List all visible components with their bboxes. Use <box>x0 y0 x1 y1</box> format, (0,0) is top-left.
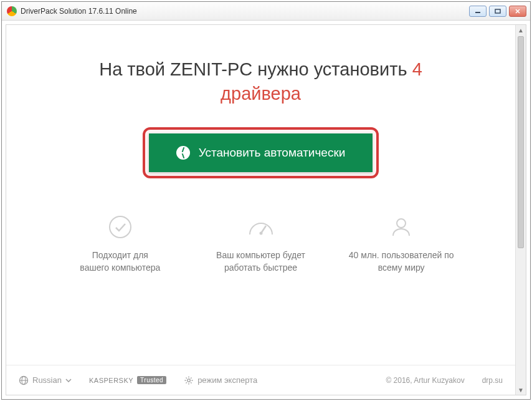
content-inner: На твой ZENIT-PC нужно установить 4 драй… <box>6 25 515 395</box>
content-frame: ▲ ▼ На твой ZENIT-PC нужно установить 4 … <box>6 24 526 395</box>
feature-text-line2: работать быстрее <box>202 262 320 274</box>
feature-fit: Подходит для вашего компьютера <box>50 213 191 274</box>
window-controls <box>469 6 526 17</box>
scroll-down-arrow[interactable]: ▼ <box>516 385 526 395</box>
svg-point-7 <box>397 219 406 228</box>
headline-part1: На твой ZENIT-PC нужно установить <box>99 59 412 79</box>
maximize-button[interactable] <box>489 6 506 17</box>
footer: Russian KASPERSKY Trusted режим эксперта… <box>6 365 515 395</box>
svg-rect-1 <box>495 9 500 13</box>
cta-highlight: Установить автоматически <box>143 127 379 178</box>
kaspersky-badge: KASPERSKY Trusted <box>89 376 166 384</box>
window-title: DriverPack Solution 17.6.11 Online <box>21 7 469 16</box>
svg-point-6 <box>259 232 262 235</box>
scroll-up-arrow[interactable]: ▲ <box>516 25 526 35</box>
feature-text-line1: Ваш компьютер будет <box>202 249 320 262</box>
features-row: Подходит для вашего компьютера Ваш компь… <box>31 213 490 274</box>
copyright: © 2016, Artur Kuzyakov <box>386 376 464 385</box>
trusted-badge: Trusted <box>137 376 166 384</box>
site-link[interactable]: drp.su <box>482 376 503 385</box>
gear-icon <box>184 375 194 385</box>
main-area: На твой ZENIT-PC нужно установить 4 драй… <box>6 25 515 365</box>
feature-speed: Ваш компьютер будет работать быстрее <box>191 213 331 274</box>
globe-icon <box>19 375 29 385</box>
app-icon <box>7 6 17 16</box>
expert-mode-label: режим эксперта <box>197 375 257 385</box>
feature-text-line1: Подходит для <box>61 249 179 262</box>
minimize-button[interactable] <box>469 6 487 17</box>
titlebar: DriverPack Solution 17.6.11 Online <box>2 2 530 21</box>
headline-count: 4 <box>412 59 422 79</box>
kaspersky-label: KASPERSKY <box>89 377 133 384</box>
content-wrap: ▲ ▼ На твой ZENIT-PC нужно установить 4 … <box>2 21 530 399</box>
app-window: DriverPack Solution 17.6.11 Online ▲ ▼ <box>1 1 531 400</box>
scrollbar-thumb[interactable] <box>518 36 524 248</box>
feature-text-line2: вашего компьютера <box>61 262 179 274</box>
install-label: Установить автоматически <box>199 146 346 160</box>
feature-users: 40 млн. пользователей по всему миру <box>331 213 472 274</box>
scrollbar[interactable]: ▲ ▼ <box>515 25 526 395</box>
svg-point-4 <box>110 216 131 238</box>
language-selector[interactable]: Russian <box>19 375 72 385</box>
language-label: Russian <box>32 375 62 385</box>
close-button[interactable] <box>509 6 526 17</box>
install-auto-button[interactable]: Установить автоматически <box>149 133 373 172</box>
feature-text-line1: 40 млн. пользователей по <box>342 249 460 262</box>
install-icon <box>176 146 190 160</box>
chevron-down-icon <box>65 379 72 382</box>
user-icon <box>387 213 415 241</box>
check-icon <box>107 213 134 241</box>
headline: На твой ZENIT-PC нужно установить 4 драй… <box>31 57 490 106</box>
headline-part2: драйвера <box>221 84 301 104</box>
gauge-icon <box>247 213 275 241</box>
feature-text-line2: всему миру <box>342 262 460 274</box>
expert-mode-toggle[interactable]: режим эксперта <box>184 375 257 385</box>
cta-wrap: Установить автоматически <box>31 127 490 178</box>
svg-point-11 <box>188 379 191 382</box>
